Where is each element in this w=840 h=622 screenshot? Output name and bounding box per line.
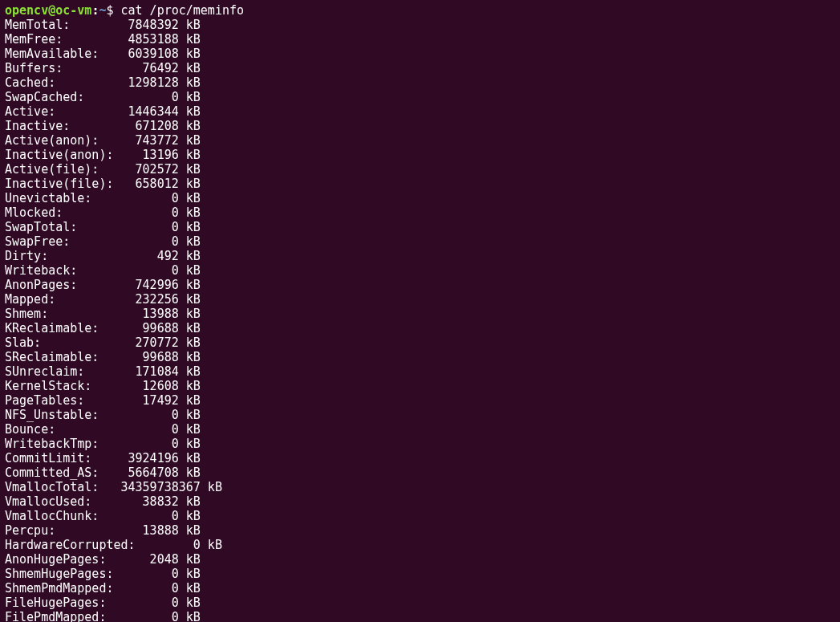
meminfo-line: Dirty: 492 kB	[5, 249, 835, 263]
meminfo-line: Buffers: 76492 kB	[5, 61, 835, 75]
meminfo-line: VmallocUsed: 38832 kB	[5, 494, 835, 509]
command-text	[113, 3, 120, 18]
meminfo-line: Writeback: 0 kB	[5, 263, 835, 278]
meminfo-line: AnonHugePages: 2048 kB	[5, 552, 835, 567]
meminfo-line: MemAvailable: 6039108 kB	[5, 47, 835, 61]
meminfo-line: Percpu: 13888 kB	[5, 523, 835, 538]
meminfo-line: KReclaimable: 99688 kB	[5, 321, 835, 335]
meminfo-line: SUnreclaim: 171084 kB	[5, 364, 835, 379]
meminfo-line: Active(anon): 743772 kB	[5, 133, 835, 148]
meminfo-line: Bounce: 0 kB	[5, 422, 835, 437]
meminfo-line: Active: 1446344 kB	[5, 104, 835, 119]
meminfo-line: Mlocked: 0 kB	[5, 205, 835, 220]
meminfo-line: PageTables: 17492 kB	[5, 393, 835, 408]
meminfo-line: WritebackTmp: 0 kB	[5, 437, 835, 451]
meminfo-line: Committed_AS: 5664708 kB	[5, 465, 835, 480]
meminfo-line: FilePmdMapped: 0 kB	[5, 610, 835, 622]
meminfo-line: Cached: 1298128 kB	[5, 75, 835, 90]
meminfo-line: SReclaimable: 99688 kB	[5, 350, 835, 364]
meminfo-line: FileHugePages: 0 kB	[5, 596, 835, 610]
meminfo-line: Shmem: 13988 kB	[5, 307, 835, 321]
meminfo-line: HardwareCorrupted: 0 kB	[5, 538, 835, 552]
meminfo-line: Active(file): 702572 kB	[5, 162, 835, 177]
meminfo-line: Unevictable: 0 kB	[5, 191, 835, 205]
meminfo-line: Inactive(file): 658012 kB	[5, 177, 835, 191]
meminfo-line: Inactive: 671208 kB	[5, 119, 835, 133]
meminfo-line: Slab: 270772 kB	[5, 335, 835, 350]
command-text: cat /proc/meminfo	[121, 3, 245, 18]
meminfo-line: KernelStack: 12608 kB	[5, 379, 835, 393]
meminfo-line: NFS_Unstable: 0 kB	[5, 408, 835, 422]
meminfo-line: Inactive(anon): 13196 kB	[5, 148, 835, 162]
meminfo-line: MemFree: 4853188 kB	[5, 32, 835, 47]
meminfo-line: Mapped: 232256 kB	[5, 292, 835, 307]
meminfo-line: VmallocChunk: 0 kB	[5, 509, 835, 523]
meminfo-line: SwapCached: 0 kB	[5, 90, 835, 104]
meminfo-line: ShmemHugePages: 0 kB	[5, 567, 835, 581]
meminfo-line: MemTotal: 7848392 kB	[5, 18, 835, 32]
prompt-user-host: opencv@oc-vm	[5, 3, 91, 18]
meminfo-line: ShmemPmdMapped: 0 kB	[5, 581, 835, 596]
meminfo-line: SwapFree: 0 kB	[5, 234, 835, 249]
meminfo-line: CommitLimit: 3924196 kB	[5, 451, 835, 465]
terminal-prompt-line[interactable]: opencv@oc-vm:~$ cat /proc/meminfo	[5, 3, 835, 18]
meminfo-line: SwapTotal: 0 kB	[5, 220, 835, 234]
meminfo-line: AnonPages: 742996 kB	[5, 278, 835, 292]
meminfo-line: VmallocTotal: 34359738367 kB	[5, 480, 835, 494]
command-output: MemTotal: 7848392 kBMemFree: 4853188 kBM…	[5, 18, 835, 622]
